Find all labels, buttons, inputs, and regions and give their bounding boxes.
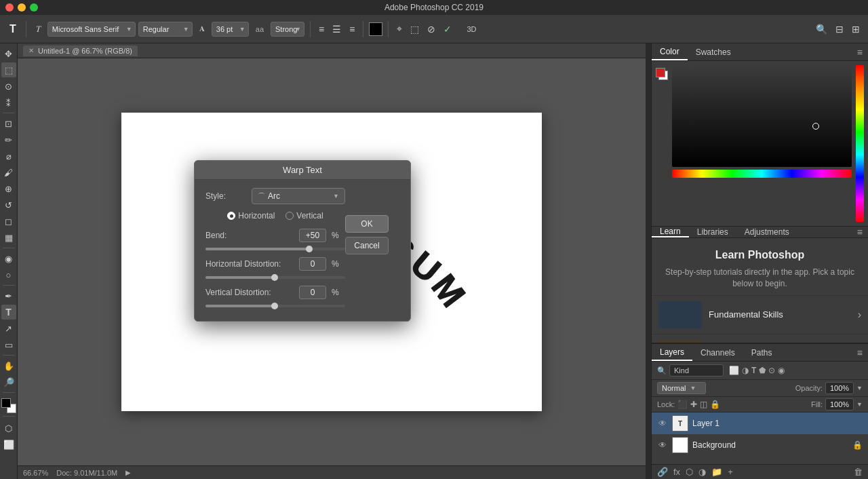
text-color-swatch[interactable] [369, 22, 382, 36]
type-filter-icon[interactable]: T [751, 366, 756, 375]
opacity-value[interactable]: 100% [825, 382, 854, 394]
arrange-windows-icon[interactable]: ⊞ [849, 22, 863, 36]
new-fill-icon[interactable]: ◑ [698, 467, 706, 477]
layers-panel-options-icon[interactable]: ≡ [857, 347, 863, 358]
align-center-icon[interactable]: ☰ [330, 22, 344, 36]
smart-filter-icon[interactable]: ⊙ [768, 366, 775, 375]
warp-text-dialog[interactable]: Warp Text Style: ⌒ Arc ▼ [194, 160, 411, 322]
blend-mode-dropdown[interactable]: Normal ▼ [657, 382, 706, 394]
vert-slider-thumb[interactable] [271, 303, 278, 309]
foreground-color-swatch[interactable] [1, 398, 11, 408]
marquee-tool[interactable]: ⬚ [1, 62, 16, 77]
vert-dist-input[interactable]: 0 [299, 286, 326, 299]
minimize-button[interactable] [18, 3, 26, 12]
add-style-icon[interactable]: fx [673, 467, 680, 477]
warp-text-icon[interactable]: ⌖ [394, 22, 405, 36]
blur-tool[interactable]: ◉ [1, 251, 16, 266]
layer-visibility-icon[interactable]: 👁 [657, 440, 668, 451]
gradient-tool[interactable]: ▦ [1, 230, 16, 245]
bend-input[interactable]: +50 [299, 229, 326, 242]
tab-channels[interactable]: Channels [692, 344, 743, 361]
adjustment-filter-icon[interactable]: ◑ [742, 366, 749, 375]
close-button[interactable] [5, 3, 14, 12]
learn-card-fundamental[interactable]: Fundamental Skills › [652, 295, 868, 334]
history-brush-tool[interactable]: ↺ [1, 197, 16, 212]
pen-tool[interactable]: ✒ [1, 288, 16, 303]
align-left-icon[interactable]: ≡ [316, 22, 327, 36]
maximize-button[interactable] [30, 3, 38, 12]
toggle-filter-icon[interactable]: ◉ [778, 366, 785, 375]
ok-button[interactable]: OK [345, 215, 389, 233]
lock-position-icon[interactable]: ✚ [690, 400, 697, 409]
vertical-radio[interactable]: Vertical [285, 211, 323, 221]
tab-layers[interactable]: Layers [652, 344, 692, 361]
delete-layer-icon[interactable]: 🗑 [854, 467, 863, 477]
fg-swatch-small[interactable] [656, 68, 665, 77]
text-options-icon[interactable]: 𝑇 [32, 22, 45, 36]
learn-panel-options-icon[interactable]: ≡ [857, 227, 863, 237]
commit-text-icon[interactable]: ✓ [441, 22, 454, 36]
anti-alias-dropdown[interactable]: Strong ▼ [271, 22, 304, 37]
shape-filter-icon[interactable]: ⬟ [759, 366, 766, 375]
bend-slider-thumb[interactable] [306, 246, 313, 252]
font-style-dropdown[interactable]: Regular ▼ [138, 22, 193, 37]
dodge-tool[interactable]: ○ [1, 267, 16, 282]
foreground-background-colors[interactable] [1, 398, 16, 413]
layers-kind-search[interactable] [669, 364, 724, 377]
font-family-dropdown[interactable]: Microsoft Sans Serif ▼ [47, 22, 136, 37]
wand-tool[interactable]: ⁑ [1, 95, 16, 110]
lasso-tool[interactable]: ⊙ [1, 79, 16, 94]
new-layer-icon[interactable]: + [728, 467, 733, 477]
screen-mode-tool[interactable]: ⬜ [1, 437, 16, 452]
search-icon[interactable]: 🔍 [813, 22, 830, 36]
vertical-color-strip[interactable] [856, 65, 864, 222]
crop-tool[interactable]: ⊡ [1, 116, 16, 131]
canvas-wrapper[interactable]: LOREM IPSUM Warp Text Style: ⌒ [18, 58, 646, 465]
workspace-icon[interactable]: ⊟ [833, 22, 846, 36]
path-options-icon[interactable]: ⬚ [408, 22, 422, 36]
eraser-tool[interactable]: ◻ [1, 214, 16, 229]
tab-libraries[interactable]: Libraries [689, 227, 736, 237]
tab-learn[interactable]: Learn [652, 227, 689, 237]
font-size-dropdown[interactable]: 36 pt ▼ [212, 22, 249, 37]
fill-arrow-icon[interactable]: ▼ [856, 401, 863, 408]
lock-pixels-icon[interactable]: ⬛ [677, 400, 688, 409]
horiz-slider-thumb[interactable] [271, 274, 278, 281]
cancel-text-icon[interactable]: ⊘ [425, 22, 438, 36]
tab-swatches[interactable]: Swatches [688, 43, 739, 60]
shape-tool[interactable]: ▭ [1, 337, 16, 352]
lock-all-icon[interactable]: 🔒 [710, 400, 720, 409]
layer-item-layer1[interactable]: 👁 T Layer 1 [652, 413, 868, 434]
horiz-dist-input[interactable]: 0 [299, 257, 326, 271]
traffic-lights[interactable] [5, 3, 38, 12]
spot-heal-tool[interactable]: ⌀ [1, 149, 16, 164]
align-right-icon[interactable]: ≡ [347, 22, 357, 36]
color-swatches-small[interactable] [656, 68, 668, 80]
add-mask-icon[interactable]: ⬡ [686, 467, 693, 477]
style-dropdown[interactable]: ⌒ Arc ▼ [252, 188, 345, 204]
color-spectrum[interactable] [672, 65, 852, 167]
zoom-tool[interactable]: 🔎 [1, 375, 16, 389]
cancel-button[interactable]: Cancel [345, 237, 389, 254]
tab-paths[interactable]: Paths [743, 344, 781, 361]
vert-slider-track[interactable] [205, 305, 345, 307]
tab-close-icon[interactable]: ✕ [28, 47, 34, 54]
learn-card-fix-photo[interactable]: Fix a photo › [652, 334, 868, 343]
tab-color[interactable]: Color [652, 43, 688, 60]
type-tool[interactable]: T [1, 305, 16, 320]
new-group-icon[interactable]: 📁 [711, 467, 722, 477]
pixel-filter-icon[interactable]: ⬜ [729, 366, 739, 375]
eyedropper-tool[interactable]: ✏ [1, 132, 16, 147]
link-layers-icon[interactable]: 🔗 [657, 467, 668, 477]
horiz-slider-track[interactable] [205, 276, 345, 279]
path-select-tool[interactable]: ↗ [1, 321, 16, 336]
quick-mask-tool[interactable]: ⬡ [1, 421, 16, 436]
layer-visibility-icon[interactable]: 👁 [657, 418, 668, 429]
brush-tool[interactable]: 🖌 [1, 165, 16, 180]
hand-tool[interactable]: ✋ [1, 358, 16, 373]
layer-item-background[interactable]: 👁 Background 🔒 [652, 434, 868, 456]
panel-options-icon[interactable]: ≡ [857, 47, 863, 58]
fill-value[interactable]: 100% [825, 398, 854, 410]
hue-slider[interactable] [672, 170, 852, 178]
stamp-tool[interactable]: ⊕ [1, 181, 16, 196]
